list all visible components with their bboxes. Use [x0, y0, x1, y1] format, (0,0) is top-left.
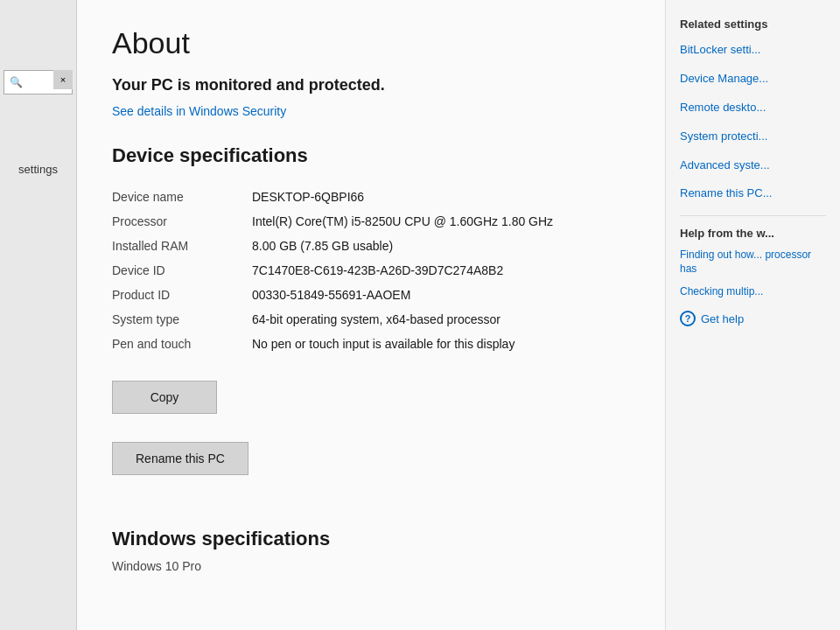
- copy-button[interactable]: Copy: [112, 381, 217, 414]
- related-settings-link[interactable]: Advanced syste...: [680, 158, 826, 173]
- rename-pc-button[interactable]: Rename this PC: [112, 442, 248, 475]
- spec-label: System type: [112, 307, 252, 332]
- help-link[interactable]: Checking multip...: [680, 285, 826, 299]
- settings-label: settings: [0, 158, 76, 181]
- security-link[interactable]: See details in Windows Security: [112, 104, 286, 118]
- help-section: Help from the w... Finding out how... pr…: [680, 227, 826, 326]
- get-help-label: Get help: [701, 312, 744, 326]
- spec-value: 00330-51849-55691-AAOEM: [252, 283, 630, 307]
- table-row: Installed RAM 8.00 GB (7.85 GB usable): [112, 234, 630, 258]
- spec-value: DESKTOP-6QBPI66: [252, 185, 630, 209]
- main-content: About Your PC is monitored and protected…: [77, 0, 665, 630]
- spec-value: 8.00 GB (7.85 GB usable): [252, 234, 630, 258]
- spec-label: Processor: [112, 209, 252, 234]
- related-settings-link[interactable]: Device Manage...: [680, 72, 826, 87]
- help-title: Help from the w...: [680, 227, 826, 240]
- table-row: Pen and touch No pen or touch input is a…: [112, 332, 630, 356]
- table-row: System type 64-bit operating system, x64…: [112, 307, 630, 332]
- help-links: Finding out how... processor hasChecking…: [680, 248, 826, 298]
- related-settings-link[interactable]: BitLocker setti...: [680, 43, 826, 58]
- windows-edition: Windows 10 Pro: [112, 559, 630, 573]
- table-row: Processor Intel(R) Core(TM) i5-8250U CPU…: [112, 209, 630, 234]
- related-settings-title: Related settings: [680, 18, 826, 31]
- related-settings-link[interactable]: System protecti...: [680, 130, 826, 144]
- protection-status: Your PC is monitored and protected.: [112, 76, 630, 94]
- search-icon: 🔍: [10, 76, 23, 88]
- spec-value: 64-bit operating system, x64-based proce…: [252, 307, 630, 332]
- right-panel: Related settings BitLocker setti...Devic…: [665, 0, 840, 630]
- get-help-button[interactable]: ? Get help: [680, 311, 826, 326]
- divider: [680, 215, 826, 216]
- table-row: Device name DESKTOP-6QBPI66: [112, 185, 630, 209]
- spec-label: Installed RAM: [112, 234, 252, 258]
- related-settings-link[interactable]: Remote deskto...: [680, 101, 826, 116]
- specs-table: Device name DESKTOP-6QBPI66 Processor In…: [112, 185, 630, 356]
- spec-value: 7C1470E8-C619-423B-A26D-39D7C274A8B2: [252, 258, 630, 283]
- close-button[interactable]: ×: [53, 70, 73, 89]
- windows-specs-title: Windows specifications: [112, 528, 630, 550]
- spec-value: Intel(R) Core(TM) i5-8250U CPU @ 1.60GHz…: [252, 209, 630, 234]
- related-links: BitLocker setti...Device Manage...Remote…: [680, 43, 826, 201]
- spec-label: Device ID: [112, 258, 252, 283]
- table-row: Device ID 7C1470E8-C619-423B-A26D-39D7C2…: [112, 258, 630, 283]
- device-specs-title: Device specifications: [112, 144, 630, 167]
- table-row: Product ID 00330-51849-55691-AAOEM: [112, 283, 630, 307]
- sidebar: 🔍 × settings: [0, 0, 77, 630]
- get-help-icon: ?: [680, 311, 696, 326]
- spec-label: Pen and touch: [112, 332, 252, 356]
- help-link[interactable]: Finding out how... processor has: [680, 248, 826, 276]
- spec-label: Product ID: [112, 283, 252, 307]
- spec-label: Device name: [112, 185, 252, 209]
- spec-value: No pen or touch input is available for t…: [252, 332, 630, 356]
- page-title: About: [112, 26, 630, 60]
- related-settings-link[interactable]: Rename this PC...: [680, 186, 826, 201]
